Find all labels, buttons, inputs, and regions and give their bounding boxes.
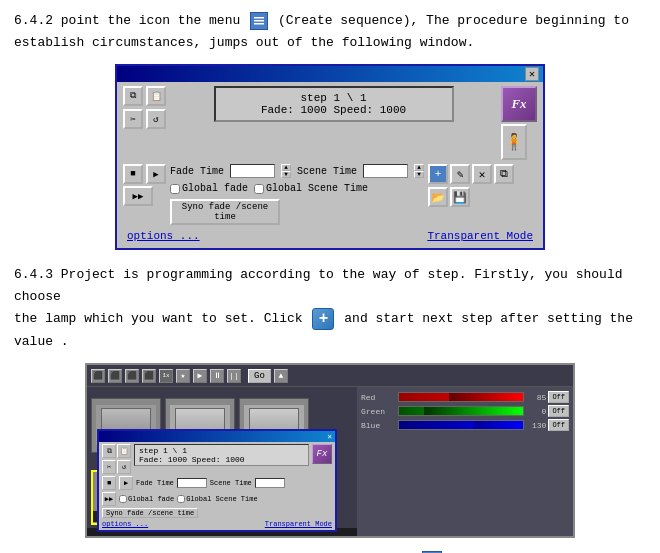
red-bar: Red 85 Off (361, 391, 569, 403)
mini-undo-icon[interactable]: ↺ (117, 460, 131, 474)
mini-transparent-link[interactable]: Transparent Mode (265, 520, 332, 528)
global-scene-checkbox[interactable] (254, 184, 264, 194)
fade-up-arrow[interactable]: ▲ (281, 164, 291, 171)
mini-body: ⧉ 📋 ✂ ↺ step 1 \ 1 Fade: 1000 Speed: 100… (99, 442, 335, 530)
tb-icon-3[interactable]: ⬛ (125, 369, 139, 383)
mini-global-scene-cb[interactable] (177, 495, 185, 503)
checkbox-row: Global fade Global Scene Time (170, 183, 424, 194)
section-6-4-2: 6.4.2 point the icon the menu (Create se… (14, 10, 646, 54)
mini-options-link[interactable]: options ... (102, 520, 148, 528)
undo-icon[interactable]: ↺ (146, 109, 166, 129)
mini-close[interactable]: ✕ (327, 432, 332, 441)
save-button[interactable]: 💾 (450, 187, 470, 207)
add-button[interactable]: + (428, 164, 448, 184)
tb-icon-up[interactable]: ▲ (274, 369, 288, 383)
red-off-button[interactable]: Off (548, 391, 569, 403)
green-label: Green (361, 407, 396, 416)
step-text: step 1 \ 1 (224, 92, 444, 104)
mini-fx-button[interactable]: Fx (312, 444, 332, 464)
play-button[interactable]: ▶ (146, 164, 166, 184)
tb-icon-2[interactable]: ⬛ (108, 369, 122, 383)
fx-area: Fx 🧍 (501, 86, 537, 160)
delete-button[interactable]: ✕ (472, 164, 492, 184)
global-fade-checkbox-label[interactable]: Global fade (170, 183, 248, 194)
scene-down-arrow[interactable]: ▼ (414, 171, 424, 178)
mini-paste-icon[interactable]: 📋 (117, 444, 131, 458)
sync-row: Syno fade /scene time (170, 199, 424, 225)
global-scene-checkbox-label[interactable]: Global Scene Time (254, 183, 368, 194)
blue-track[interactable] (398, 420, 524, 430)
tb-icon-once[interactable]: 1x (159, 369, 173, 383)
mini-step-area: step 1 \ 1 Fade: 1000 Speed: 1000 (134, 444, 309, 468)
mini-copy-icon[interactable]: ⧉ (102, 444, 116, 458)
sync-button[interactable]: Syno fade /scene time (170, 199, 280, 225)
mini-global-fade-cb[interactable] (119, 495, 127, 503)
blue-value: 130 (526, 421, 546, 430)
stop-button[interactable]: ■ (123, 164, 143, 184)
mini-step-text: step 1 \ 1 (139, 446, 304, 455)
dialog-body: ⧉ 📋 ✂ ↺ step 1 \ 1 Fade: 1000 Speed: 100… (117, 82, 543, 248)
mini-play[interactable]: ▶ (119, 476, 133, 490)
person-icon: 🧍 (501, 124, 527, 160)
global-fade-label: Global fade (182, 183, 248, 194)
paste-icon[interactable]: 📋 (146, 86, 166, 106)
fade-down-arrow[interactable]: ▼ (281, 171, 291, 178)
global-fade-checkbox[interactable] (170, 184, 180, 194)
fx-button[interactable]: Fx (501, 86, 537, 122)
green-value: 0 (526, 407, 546, 416)
dialog-top-row: ⧉ 📋 ✂ ↺ step 1 \ 1 Fade: 1000 Speed: 100… (123, 86, 537, 160)
blue-off-button[interactable]: Off (548, 419, 569, 431)
mini-footer: options ... Transparent Mode (102, 520, 332, 528)
mini-stop[interactable]: ■ (102, 476, 116, 490)
screenshot-content: LeyNew02-7 Red 85 Off Green (87, 387, 573, 536)
mini-scene-label: Scene Time (210, 479, 252, 487)
plus-step-icon: + (312, 308, 334, 330)
cut-icon[interactable]: ✂ (123, 109, 143, 129)
tb-icon-1[interactable]: ⬛ (91, 369, 105, 383)
scene-up-arrow[interactable]: ▲ (414, 164, 424, 171)
folder-open-button[interactable]: 📂 (428, 187, 448, 207)
scene-time-arrows: ▲ ▼ (414, 164, 424, 178)
mini-sync-button[interactable]: Syno fade /scene time (102, 508, 198, 518)
tb-icon-4[interactable]: ⬛ (142, 369, 156, 383)
ff-button[interactable]: ▶▶ (123, 186, 153, 206)
step-display-area: step 1 \ 1 Fade: 1000 Speed: 1000 (172, 86, 495, 126)
mini-global-scene-label[interactable]: Global Scene Time (177, 495, 257, 503)
go-button[interactable]: Go (248, 369, 271, 383)
scene-time-input[interactable] (363, 164, 408, 178)
copy-icon[interactable]: ⧉ (123, 86, 143, 106)
green-track[interactable] (398, 406, 524, 416)
ff-row: ▶▶ (123, 186, 166, 206)
edit-button[interactable]: ✎ (450, 164, 470, 184)
section-6-4-2-text1: 6.4.2 point the icon the menu (14, 13, 240, 28)
screenshot-toolbar: ⬛ ⬛ ⬛ ⬛ 1x ★ ▶ ⏸ || Go ▲ (87, 365, 573, 387)
tb-icon-5[interactable]: || (227, 369, 241, 383)
mini-fade-label: Fade Time (136, 479, 174, 487)
sequence-dialog: ✕ ⧉ 📋 ✂ ↺ step 1 \ 1 Fade: 1000 Speed: 1 (115, 64, 545, 250)
tb-icon-pause[interactable]: ⏸ (210, 369, 224, 383)
right-buttons: + ✎ ✕ ⧉ 📂 💾 (428, 164, 514, 228)
fade-time-label: Fade Time (170, 166, 224, 177)
middle-section: ■ ▶ ▶▶ Fade Time ▲ ▼ Scene Time (123, 164, 537, 228)
transparent-mode-link[interactable]: Transparent Mode (427, 230, 533, 242)
mini-cut-icon[interactable]: ✂ (102, 460, 116, 474)
tb-icon-play-s[interactable]: ▶ (193, 369, 207, 383)
mini-ff[interactable]: ▶▶ (102, 492, 116, 506)
copy-step-button[interactable]: ⧉ (494, 164, 514, 184)
options-link[interactable]: options ... (127, 230, 200, 242)
svg-rect-0 (254, 17, 264, 19)
dialog-close-button[interactable]: ✕ (525, 67, 539, 81)
right-btn-row-2: 📂 💾 (428, 187, 514, 207)
time-controls: Fade Time ▲ ▼ Scene Time ▲ ▼ (170, 164, 424, 228)
mini-fade-text: Fade: 1000 Speed: 1000 (139, 455, 304, 464)
green-off-button[interactable]: Off (548, 405, 569, 417)
tb-icon-star[interactable]: ★ (176, 369, 190, 383)
section-6-4-3-text1: 6.4.3 Project is programming according t… (14, 267, 623, 304)
mini-step-display: step 1 \ 1 Fade: 1000 Speed: 1000 (134, 444, 309, 466)
fade-time-input[interactable] (230, 164, 275, 178)
mini-scene-input[interactable] (255, 478, 285, 488)
red-track[interactable] (398, 392, 524, 402)
mini-dialog: ✕ ⧉ 📋 ✂ ↺ (97, 429, 337, 532)
mini-global-fade-label[interactable]: Global fade (119, 495, 174, 503)
mini-fade-input[interactable] (177, 478, 207, 488)
